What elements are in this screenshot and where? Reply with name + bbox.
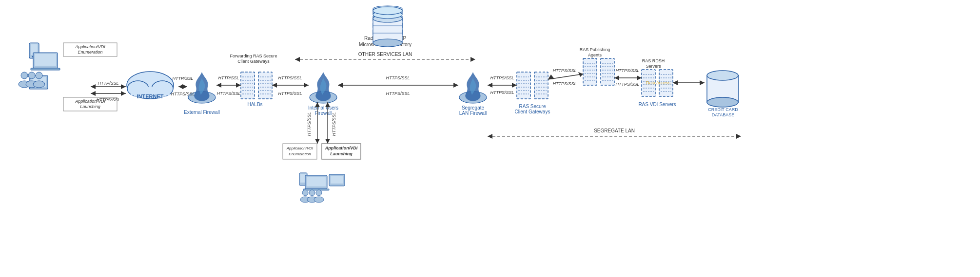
svg-point-20 bbox=[21, 72, 28, 79]
svg-rect-63 bbox=[517, 72, 530, 99]
svg-text:HTTP/SSL: HTTP/SSL bbox=[172, 76, 193, 81]
svg-text:HTTPS/SSL: HTTPS/SSL bbox=[386, 91, 410, 96]
svg-rect-49 bbox=[258, 72, 272, 99]
svg-text:Application/VDI: Application/VDI bbox=[286, 146, 314, 150]
svg-text:LAN Firewall: LAN Firewall bbox=[459, 111, 487, 116]
svg-text:Launching: Launching bbox=[330, 151, 353, 156]
svg-point-197 bbox=[373, 39, 402, 47]
svg-text:RAS VDI Servers: RAS VDI Servers bbox=[638, 102, 676, 107]
svg-text:Segregate: Segregate bbox=[462, 105, 485, 111]
svg-text:HTTPS/SSL: HTTPS/SSL bbox=[490, 90, 514, 95]
svg-point-114 bbox=[707, 71, 738, 80]
svg-point-201 bbox=[373, 7, 402, 15]
svg-text:INTERNET: INTERNET bbox=[137, 93, 164, 99]
svg-rect-88 bbox=[601, 58, 614, 85]
svg-text:HTTPS/SSL: HTTPS/SSL bbox=[615, 68, 639, 73]
svg-text:External Firewall: External Firewall bbox=[184, 110, 220, 115]
svg-text:Launching: Launching bbox=[80, 104, 100, 109]
svg-text:Enumeration: Enumeration bbox=[289, 152, 311, 156]
svg-text:Enumeration: Enumeration bbox=[78, 50, 102, 55]
svg-rect-182 bbox=[303, 189, 329, 190]
svg-text:Servers: Servers bbox=[646, 64, 661, 69]
network-diagram: Radius,DNS,DHCP MicrosoftActiveDirectory… bbox=[0, 0, 980, 277]
svg-rect-16 bbox=[35, 54, 56, 66]
svg-rect-42 bbox=[241, 72, 255, 99]
svg-rect-81 bbox=[583, 58, 597, 85]
svg-text:HTTPS/SSL: HTTPS/SSL bbox=[615, 82, 639, 87]
svg-point-190 bbox=[314, 197, 324, 203]
svg-text:HTTPS/SSL: HTTPS/SSL bbox=[552, 81, 576, 86]
svg-point-22 bbox=[36, 72, 42, 79]
svg-text:Internal Users: Internal Users bbox=[308, 105, 338, 111]
svg-text:CREDIT CARD: CREDIT CARD bbox=[708, 107, 738, 112]
svg-text:HALBs: HALBs bbox=[247, 102, 262, 107]
svg-rect-70 bbox=[534, 72, 548, 99]
svg-text:RAS Publishing: RAS Publishing bbox=[580, 47, 610, 52]
svg-text:Application/VDI: Application/VDI bbox=[325, 146, 358, 150]
svg-text:RAS RDSH: RAS RDSH bbox=[642, 58, 665, 63]
svg-text:Application/VDI: Application/VDI bbox=[75, 44, 105, 49]
svg-point-115 bbox=[707, 97, 738, 107]
svg-text:HTTPS/SSL: HTTPS/SSL bbox=[278, 75, 302, 80]
svg-text:HTTP/SSL: HTTP/SSL bbox=[218, 75, 239, 80]
svg-text:HTTPS/SSL: HTTPS/SSL bbox=[278, 91, 302, 96]
svg-text:Agents: Agents bbox=[588, 53, 602, 57]
svg-point-21 bbox=[28, 72, 35, 79]
svg-text:HTTPS/SSL: HTTPS/SSL bbox=[171, 92, 195, 96]
svg-text:HTTPS/SSL: HTTPS/SSL bbox=[386, 75, 410, 80]
svg-text:HTTPS/SSL: HTTPS/SSL bbox=[307, 112, 312, 136]
svg-point-186 bbox=[309, 190, 315, 196]
svg-rect-181 bbox=[307, 177, 326, 186]
svg-text:HTTPS/SSL: HTTPS/SSL bbox=[490, 75, 514, 80]
svg-rect-0 bbox=[0, 0, 980, 277]
svg-text:Data Access: Data Access bbox=[646, 80, 671, 85]
svg-text:HTTPS/SSL: HTTPS/SSL bbox=[332, 112, 336, 136]
svg-text:HTTPS/SSL: HTTPS/SSL bbox=[96, 97, 120, 102]
svg-text:HTTPS/SSL: HTTPS/SSL bbox=[552, 68, 576, 73]
svg-point-187 bbox=[316, 190, 322, 196]
svg-rect-184 bbox=[331, 176, 343, 184]
svg-text:RAS Secure: RAS Secure bbox=[519, 104, 546, 109]
svg-text:OTHER SERVICES LAN: OTHER SERVICES LAN bbox=[358, 52, 412, 57]
svg-text:DATABASE: DATABASE bbox=[712, 112, 735, 117]
svg-text:HTTPS/SSL: HTTPS/SSL bbox=[216, 91, 240, 96]
svg-text:Client Gateways: Client Gateways bbox=[515, 109, 550, 114]
svg-text:Forwarding RAS Secure: Forwarding RAS Secure bbox=[230, 54, 277, 58]
svg-point-185 bbox=[302, 190, 308, 196]
svg-text:HTTP/SSL: HTTP/SSL bbox=[98, 81, 118, 86]
svg-point-25 bbox=[33, 81, 45, 88]
svg-text:SEGREGATE LAN: SEGREGATE LAN bbox=[594, 128, 635, 133]
svg-text:Client Gateways: Client Gateways bbox=[237, 59, 270, 64]
svg-rect-17 bbox=[31, 68, 60, 70]
